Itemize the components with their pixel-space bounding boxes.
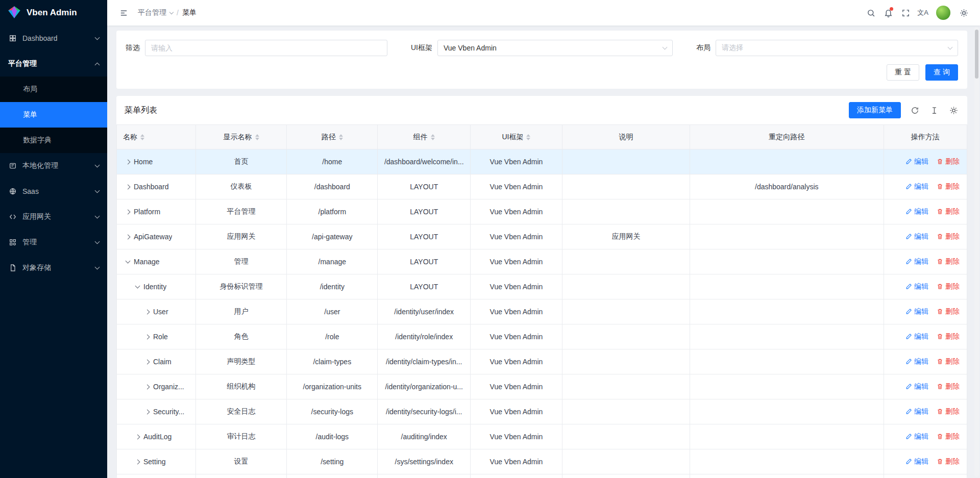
cell-path: /organization-units [287, 374, 378, 399]
table-row[interactable]: Setting设置/setting/sys/settings/indexVue … [117, 449, 967, 474]
translate-icon[interactable]: 文A [916, 6, 930, 20]
column-header-name[interactable]: 名称 [117, 125, 196, 149]
delete-button[interactable]: 删除 [937, 282, 960, 291]
expand-row-icon[interactable] [145, 384, 150, 389]
delete-button[interactable]: 删除 [937, 382, 960, 391]
edit-button[interactable]: 编辑 [905, 182, 928, 191]
chevron-down-icon [95, 188, 100, 193]
edit-button[interactable]: 编辑 [905, 282, 928, 291]
table-row[interactable]: Manage管理/manageLAYOUTVue Vben Admin编辑删除 [117, 249, 967, 274]
edit-button[interactable]: 编辑 [905, 157, 928, 166]
sort-icon[interactable] [140, 134, 144, 140]
table-row[interactable]: Role角色/role/identity/role/indexVue Vben … [117, 324, 967, 349]
expand-row-icon[interactable] [135, 459, 140, 464]
cell-redirect: /dashboard/analysis [690, 174, 884, 199]
edit-button[interactable]: 编辑 [905, 457, 928, 466]
table-row[interactable]: Claim声明类型/claim-types/identity/claim-typ… [117, 349, 967, 374]
delete-button[interactable]: 删除 [937, 157, 960, 166]
expand-row-icon[interactable] [135, 434, 140, 439]
sidebar-item-object-storage[interactable]: 对象存储 [0, 255, 107, 281]
layout-select[interactable]: 请选择 [716, 40, 958, 56]
refresh-icon[interactable] [909, 105, 920, 116]
sidebar-item-menu[interactable]: 菜单 [0, 102, 107, 128]
edit-button[interactable]: 编辑 [905, 407, 928, 416]
table-row[interactable]: Organiz...组织机构/organization-units/identi… [117, 374, 967, 399]
delete-button[interactable]: 删除 [937, 182, 960, 191]
delete-button[interactable]: 删除 [937, 407, 960, 416]
delete-button[interactable]: 删除 [937, 257, 960, 266]
delete-button[interactable]: 删除 [937, 332, 960, 341]
edit-button[interactable]: 编辑 [905, 207, 928, 216]
collapse-row-icon[interactable] [135, 284, 140, 289]
table-toolbar: 菜单列表 添加新菜单 [116, 96, 967, 124]
sidebar-collapse-icon[interactable] [116, 6, 131, 20]
sort-icon[interactable] [431, 134, 435, 140]
breadcrumb-platform[interactable]: 平台管理 [138, 8, 166, 17]
expand-row-icon[interactable] [126, 209, 131, 214]
delete-button[interactable]: 删除 [937, 207, 960, 216]
expand-row-icon[interactable] [126, 234, 131, 239]
delete-button[interactable]: 删除 [937, 307, 960, 316]
query-button[interactable]: 查 询 [925, 64, 958, 81]
avatar[interactable] [936, 6, 950, 20]
table-row[interactable]: Platform平台管理/platformLAYOUTVue Vben Admi… [117, 199, 967, 224]
edit-button[interactable]: 编辑 [905, 432, 928, 441]
delete-button[interactable]: 删除 [937, 457, 960, 466]
scrollbar-thumb[interactable] [975, 30, 978, 79]
expand-row-icon[interactable] [126, 184, 131, 189]
column-header-display-name[interactable]: 显示名称 [195, 125, 286, 149]
column-settings-icon[interactable] [948, 105, 959, 116]
edit-button[interactable]: 编辑 [905, 357, 928, 366]
table-row[interactable]: User用户/user/identity/user/indexVue Vben … [117, 299, 967, 324]
sidebar-item-platform[interactable]: 平台管理 [0, 51, 107, 77]
manage-icon [8, 238, 17, 247]
filter-name-input[interactable] [145, 40, 387, 56]
table-row[interactable]: AuditLog审计日志/audit-logs/auditing/indexVu… [117, 424, 967, 449]
sort-icon[interactable] [526, 134, 530, 140]
vertical-scrollbar[interactable] [974, 27, 979, 477]
edit-button[interactable]: 编辑 [905, 382, 928, 391]
ui-framework-select[interactable]: Vue Vben Admin [437, 40, 673, 56]
sort-icon[interactable] [339, 134, 343, 140]
sidebar-item-dictionary[interactable]: 数据字典 [0, 128, 107, 153]
table-row[interactable]: Security...安全日志/security-logs/identity/s… [117, 399, 967, 424]
delete-button[interactable]: 删除 [937, 232, 960, 241]
edit-button[interactable]: 编辑 [905, 257, 928, 266]
delete-button[interactable]: 删除 [937, 357, 960, 366]
expand-row-icon[interactable] [145, 359, 150, 364]
column-header-path[interactable]: 路径 [287, 125, 378, 149]
edit-button[interactable]: 编辑 [905, 332, 928, 341]
delete-button[interactable]: 删除 [937, 432, 960, 441]
expand-row-icon[interactable] [145, 309, 150, 314]
sidebar-item-app-gateway[interactable]: 应用网关 [0, 204, 107, 230]
logo[interactable]: Vben Admin [0, 0, 107, 26]
table-row[interactable]: Identity身份标识管理/identityLAYOUTVue Vben Ad… [117, 274, 967, 299]
sidebar-item-saas[interactable]: Saas [0, 179, 107, 204]
table-row[interactable]: Dashboard仪表板/dashboardLAYOUTVue Vben Adm… [117, 174, 967, 199]
expand-row-icon[interactable] [126, 159, 131, 164]
column-header-ui-framework[interactable]: UI框架 [471, 125, 562, 149]
sidebar-item-label: 管理 [22, 238, 90, 247]
reset-button[interactable]: 重 置 [887, 64, 919, 81]
sidebar-item-layout[interactable]: 布局 [0, 77, 107, 102]
collapse-row-icon[interactable] [126, 259, 131, 264]
expand-row-icon[interactable] [145, 409, 150, 414]
sidebar-item-manage[interactable]: 管理 [0, 230, 107, 255]
table-row[interactable]: ApiGateway应用网关/api-gatewayLAYOUTVue Vben… [117, 224, 967, 249]
edit-button[interactable]: 编辑 [905, 232, 928, 241]
row-height-icon[interactable] [928, 105, 940, 116]
expand-row-icon[interactable] [145, 334, 150, 339]
add-menu-button[interactable]: 添加新菜单 [849, 102, 901, 118]
settings-gear-icon[interactable] [957, 6, 971, 20]
cell-name: Home [117, 149, 196, 174]
sidebar-item-dashboard[interactable]: Dashboard [0, 26, 107, 51]
menu-table: 名称 显示名称 路径 组件 UI [116, 124, 967, 478]
table-row[interactable]: Home首页/home/dashboard/welcome/in...Vue V… [117, 149, 967, 174]
edit-button[interactable]: 编辑 [905, 307, 928, 316]
sidebar-item-localization[interactable]: 本地化管理 [0, 153, 107, 179]
search-icon[interactable] [864, 6, 878, 20]
fullscreen-icon[interactable] [898, 6, 913, 20]
sort-icon[interactable] [255, 134, 259, 140]
column-header-component[interactable]: 组件 [378, 125, 471, 149]
notification-bell-icon[interactable] [881, 6, 895, 20]
